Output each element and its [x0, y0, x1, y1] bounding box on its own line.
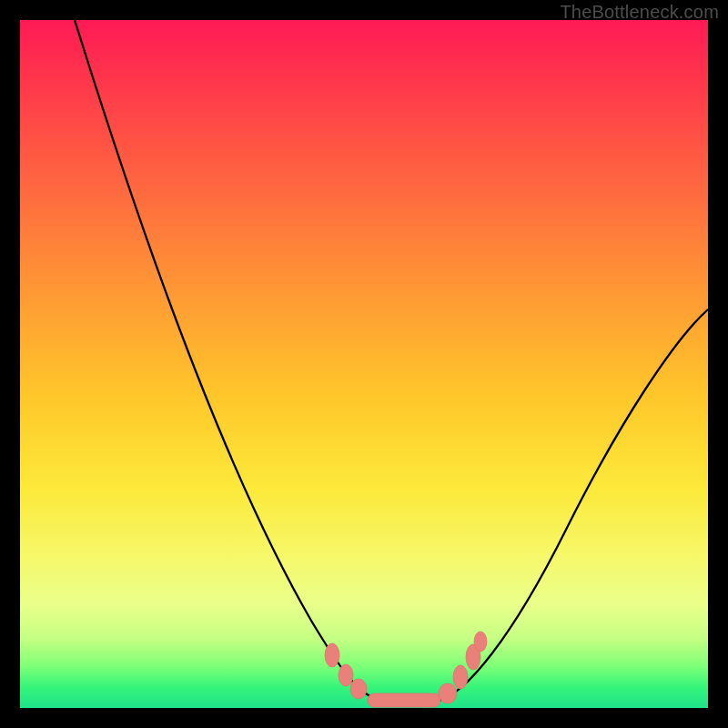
bottleneck-curve: [75, 20, 708, 701]
svg-point-5: [453, 665, 468, 689]
chart-frame: TheBottleneck.com: [0, 0, 728, 728]
watermark-text: TheBottleneck.com: [560, 2, 719, 23]
svg-point-1: [339, 664, 353, 686]
svg-point-2: [350, 679, 367, 699]
plot-area: [20, 20, 708, 708]
svg-point-0: [325, 643, 339, 667]
svg-point-4: [439, 683, 457, 703]
flat-region-markers: [325, 632, 487, 707]
curve-layer: [20, 20, 708, 708]
svg-rect-3: [368, 693, 440, 707]
svg-point-7: [474, 632, 487, 652]
